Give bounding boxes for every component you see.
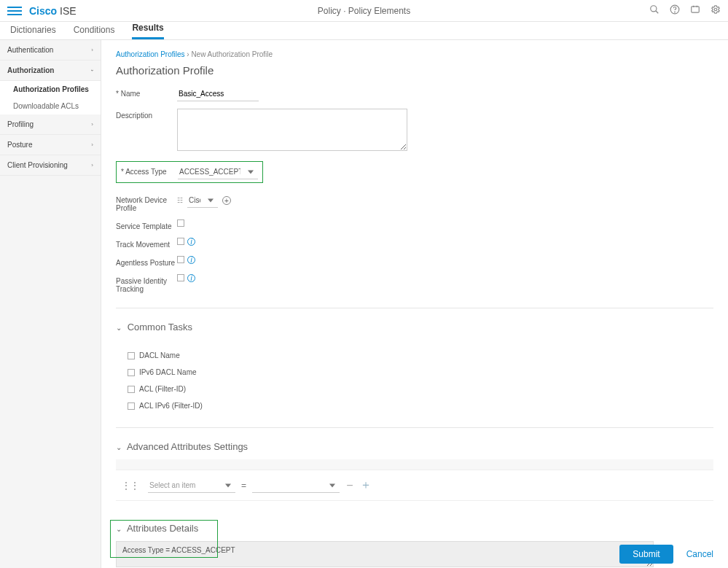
label-name: Name xyxy=(116,87,177,98)
sidebar-label-client-prov: Client Provisioning xyxy=(7,161,68,169)
label-service-template: Service Template xyxy=(116,219,177,230)
row-name: Name xyxy=(116,87,713,101)
help-icon[interactable] xyxy=(670,4,680,17)
sidebar-item-authentication[interactable]: Authentication › xyxy=(0,40,101,61)
track-movement-checkbox[interactable] xyxy=(177,238,184,245)
page-breadcrumb-top: Policy · Policy Elements xyxy=(318,6,410,16)
chevron-right-icon: › xyxy=(91,141,93,148)
row-track-movement: Track Movement i xyxy=(116,238,713,249)
task-aclv6[interactable]: ACL IPv6 (Filter-ID) xyxy=(128,402,713,410)
sidebar-label-authorization: Authorization xyxy=(7,66,54,74)
sidebar-item-posture[interactable]: Posture › xyxy=(0,135,101,155)
label-passive-identity: Passive Identity Tracking xyxy=(116,274,177,293)
row-description: Description xyxy=(116,109,713,151)
adv-key-select-wrap: Select an item xyxy=(148,478,235,493)
breadcrumb: Authorization Profiles › New Authorizati… xyxy=(116,50,713,58)
sidebar-label-profiling: Profiling xyxy=(7,120,34,128)
main-area: Authentication › Authorization › Authori… xyxy=(0,40,728,568)
task-label-acl: ACL (Filter-ID) xyxy=(139,385,186,393)
tab-conditions[interactable]: Conditions xyxy=(74,25,115,39)
brand: Cisco ISE xyxy=(29,5,77,17)
sidebar-label-posture: Posture xyxy=(7,141,32,149)
label-track-movement: Track Movement xyxy=(116,238,177,249)
acl-checkbox[interactable] xyxy=(128,386,135,393)
sidebar-label-authentication: Authentication xyxy=(7,46,53,54)
task-dacl[interactable]: DACL Name xyxy=(128,351,713,359)
page-title: Authorization Profile xyxy=(116,64,713,77)
breadcrumb-current: New Authorization Profile xyxy=(191,50,273,58)
passive-identity-checkbox[interactable] xyxy=(177,274,184,281)
remove-attribute-button[interactable]: − xyxy=(344,479,356,492)
task-ipv6dacl[interactable]: IPv6 DACL Name xyxy=(128,368,713,376)
top-icons xyxy=(649,4,721,17)
highlight-attrib-details xyxy=(110,520,218,558)
label-access-type: Access Type xyxy=(121,165,178,176)
description-input[interactable] xyxy=(177,109,407,151)
ndp-icon: ☷ xyxy=(177,197,183,204)
tab-results[interactable]: Results xyxy=(132,23,163,39)
ndp-select[interactable]: Cisco xyxy=(187,193,218,208)
tools-icon[interactable] xyxy=(690,4,700,17)
task-label-aclv6: ACL IPv6 (Filter-ID) xyxy=(139,402,203,410)
aclv6-checkbox[interactable] xyxy=(128,402,135,410)
top-bar: Cisco ISE Policy · Policy Elements xyxy=(0,0,728,22)
sidebar: Authentication › Authorization › Authori… xyxy=(0,40,101,568)
content-area: Authorization Profiles › New Authorizati… xyxy=(101,40,728,568)
tab-dictionaries[interactable]: Dictionaries xyxy=(10,25,56,39)
search-icon[interactable] xyxy=(649,4,659,17)
agentless-posture-checkbox[interactable] xyxy=(177,256,184,263)
common-tasks-list[interactable]: DACL Name IPv6 DACL Name ACL (Filter-ID)… xyxy=(116,340,713,413)
section-advanced-label: Advanced Attributes Settings xyxy=(127,441,248,452)
access-type-select[interactable]: ACCESS_ACCEPT xyxy=(178,165,258,179)
sidebar-item-authorization[interactable]: Authorization › xyxy=(0,61,101,81)
advanced-attribute-row: ⋮⋮ Select an item = − ＋ xyxy=(116,470,713,501)
tab-bar: Dictionaries Conditions Results xyxy=(0,22,728,40)
svg-point-0 xyxy=(651,6,657,12)
chevron-right-icon: › xyxy=(91,121,93,128)
svg-point-3 xyxy=(675,12,676,12)
add-attribute-button[interactable]: ＋ xyxy=(360,478,372,493)
section-advanced[interactable]: ⌄ Advanced Attributes Settings xyxy=(116,441,713,452)
chevron-down-icon: ⌄ xyxy=(116,443,122,451)
add-ndp-button[interactable]: + xyxy=(222,196,231,205)
info-icon[interactable]: i xyxy=(187,274,195,282)
name-input[interactable] xyxy=(177,87,259,101)
gear-icon[interactable] xyxy=(711,4,721,17)
sidebar-item-dacls[interactable]: Downloadable ACLs xyxy=(0,98,101,114)
brand-cisco: Cisco xyxy=(29,5,57,17)
chevron-down-icon: › xyxy=(89,69,95,71)
svg-point-5 xyxy=(714,8,717,11)
row-ndp: Network Device Profile ☷ Cisco + xyxy=(116,193,713,212)
equals-label: = xyxy=(241,481,246,491)
sidebar-item-auth-profiles[interactable]: Authorization Profiles xyxy=(0,81,101,98)
sidebar-submenu: Authorization Profiles Downloadable ACLs xyxy=(0,81,101,114)
row-passive-identity: Passive Identity Tracking i xyxy=(116,274,713,293)
brand-ise: ISE xyxy=(60,5,77,17)
chevron-right-icon: › xyxy=(91,47,93,53)
submit-button[interactable]: Submit xyxy=(619,545,673,564)
sidebar-item-client-provisioning[interactable]: Client Provisioning › xyxy=(0,155,101,176)
chevron-down-icon: ⌄ xyxy=(116,324,122,332)
section-common-tasks[interactable]: ⌄ Common Tasks xyxy=(116,322,713,332)
info-icon[interactable]: i xyxy=(187,256,195,264)
info-icon[interactable]: i xyxy=(187,238,195,246)
label-ndp: Network Device Profile xyxy=(116,193,177,212)
access-type-select-wrap: ACCESS_ACCEPT xyxy=(178,165,258,179)
adv-val-select[interactable] xyxy=(252,478,340,493)
ipv6dacl-checkbox[interactable] xyxy=(128,369,135,376)
label-description: Description xyxy=(116,109,177,120)
dacl-checkbox[interactable] xyxy=(128,352,135,359)
chevron-right-icon: › xyxy=(91,162,93,168)
breadcrumb-link[interactable]: Authorization Profiles xyxy=(116,50,185,58)
row-service-template: Service Template xyxy=(116,219,713,230)
highlight-access-type: Access Type ACCESS_ACCEPT xyxy=(116,161,263,183)
task-acl[interactable]: ACL (Filter-ID) xyxy=(128,385,713,393)
sidebar-item-profiling[interactable]: Profiling › xyxy=(0,114,101,135)
drag-handle-icon[interactable]: ⋮⋮ xyxy=(122,481,139,491)
adv-key-select[interactable]: Select an item xyxy=(148,478,235,493)
task-label-ipv6dacl: IPv6 DACL Name xyxy=(139,368,197,376)
task-label-dacl: DACL Name xyxy=(139,351,180,359)
hamburger-menu-icon[interactable] xyxy=(7,4,22,18)
cancel-button[interactable]: Cancel xyxy=(686,549,713,559)
service-template-checkbox[interactable] xyxy=(177,219,184,227)
